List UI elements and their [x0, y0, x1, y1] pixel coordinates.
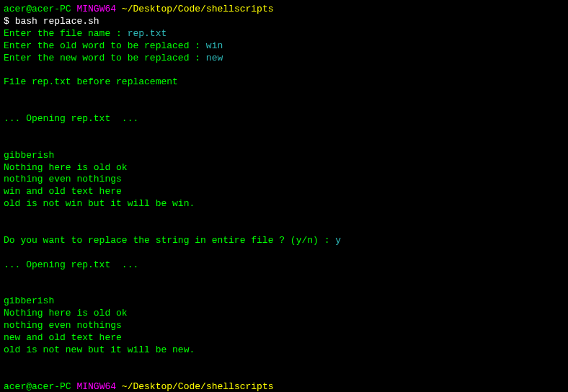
file-line: gibberish — [4, 295, 564, 308]
file-line: win and old text here — [4, 186, 564, 198]
before-header: File rep.txt before replacement — [4, 76, 564, 89]
opening-message-2: ... Opening rep.txt ... — [4, 259, 564, 272]
confirm-input: y — [335, 235, 341, 246]
file-line: Nothing here is old ok — [4, 308, 564, 320]
file-line: gibberish — [4, 150, 564, 162]
shell-name: MINGW64 — [76, 4, 116, 14]
shell-name: MINGW64 — [76, 381, 116, 392]
path: ~/Desktop/Code/shellscripts — [122, 381, 274, 392]
user-host: acer@acer-PC — [4, 381, 71, 392]
prompt-line-1: acer@acer-PC MINGW64 ~/Desktop/Code/shel… — [4, 4, 564, 16]
path: ~/Desktop/Code/shellscripts — [122, 4, 274, 14]
oldword-prompt-line: Enter the old word to be replaced : win — [4, 40, 564, 53]
prompt-symbol: $ — [4, 16, 9, 27]
filename-input: rep.txt — [128, 28, 167, 39]
command-line[interactable]: $ bash replace.sh — [4, 16, 564, 28]
file-line: Nothing here is old ok — [4, 162, 564, 174]
newword-input: new — [206, 53, 223, 63]
user-host: acer@acer-PC — [4, 4, 71, 14]
file-line: nothing even nothings — [4, 320, 564, 332]
file-line: nothing even nothings — [4, 174, 564, 186]
file-line: old is not new but it will be new. — [4, 344, 564, 357]
file-line: old is not win but it will be win. — [4, 198, 564, 210]
filename-prompt-line: Enter the file name : rep.txt — [4, 28, 564, 40]
prompt-line-2: acer@acer-PC MINGW64 ~/Desktop/Code/shel… — [4, 381, 564, 392]
confirm-prompt-line: Do you want to replace the string in ent… — [4, 235, 564, 247]
command-text: bash replace.sh — [15, 16, 99, 27]
opening-message-1: ... Opening rep.txt ... — [4, 113, 564, 125]
newword-prompt-line: Enter the new word to be replaced : new — [4, 53, 564, 65]
oldword-input: win — [206, 40, 223, 51]
file-line: new and old text here — [4, 332, 564, 344]
